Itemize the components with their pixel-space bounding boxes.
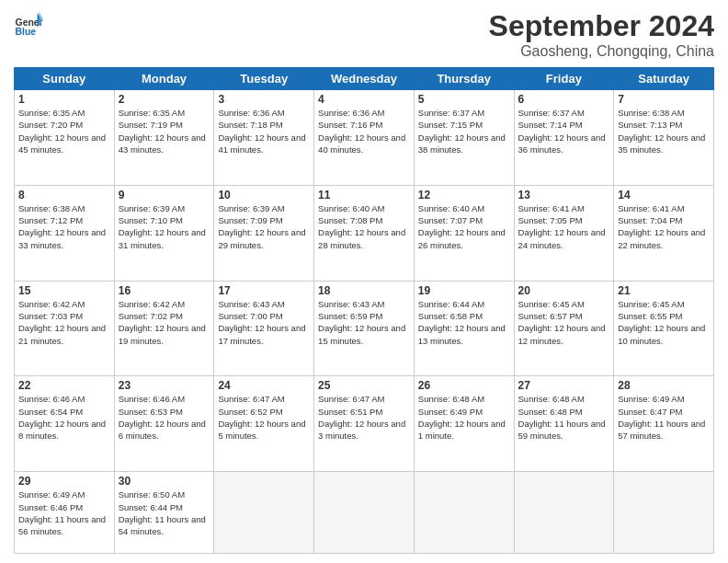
sunset-label: Sunset: 7:09 PM (218, 215, 282, 225)
sunrise-label: Sunrise: 6:48 AM (518, 394, 585, 404)
daylight-label: Daylight: 12 hours and 45 minutes. (18, 132, 106, 155)
day-number: 28 (618, 379, 710, 392)
sunrise-label: Sunrise: 6:49 AM (18, 489, 85, 500)
day-info: Sunrise: 6:46 AM Sunset: 6:53 PM Dayligh… (119, 393, 210, 442)
title-section: September 2024 Gaosheng, Chongqing, Chin… (489, 9, 714, 60)
day-info: Sunrise: 6:46 AM Sunset: 6:54 PM Dayligh… (18, 393, 110, 442)
daylight-label: Daylight: 12 hours and 19 minutes. (119, 323, 206, 345)
daylight-label: Daylight: 11 hours and 59 minutes. (518, 419, 606, 441)
table-row: 23 Sunrise: 6:46 AM Sunset: 6:53 PM Dayl… (114, 376, 214, 472)
sunrise-label: Sunrise: 6:41 AM (618, 203, 684, 213)
calendar-week-row: 29 Sunrise: 6:49 AM Sunset: 6:46 PM Dayl… (15, 472, 714, 554)
table-row: 9 Sunrise: 6:39 AM Sunset: 7:10 PM Dayli… (114, 185, 214, 281)
sunset-label: Sunset: 6:52 PM (218, 407, 282, 417)
table-row (314, 472, 415, 554)
sunrise-label: Sunrise: 6:41 AM (518, 203, 585, 213)
day-number: 21 (618, 284, 710, 297)
day-info: Sunrise: 6:39 AM Sunset: 7:10 PM Dayligh… (119, 202, 210, 251)
calendar-week-row: 22 Sunrise: 6:46 AM Sunset: 6:54 PM Dayl… (15, 376, 714, 472)
day-info: Sunrise: 6:38 AM Sunset: 7:12 PM Dayligh… (18, 202, 110, 251)
sunrise-label: Sunrise: 6:46 AM (18, 394, 85, 404)
table-row: 29 Sunrise: 6:49 AM Sunset: 6:46 PM Dayl… (15, 472, 115, 554)
sunrise-label: Sunrise: 6:47 AM (218, 394, 284, 404)
day-number: 8 (18, 189, 110, 201)
day-number: 7 (618, 93, 710, 106)
daylight-label: Daylight: 12 hours and 21 minutes. (18, 323, 106, 345)
sunset-label: Sunset: 6:46 PM (18, 502, 83, 512)
day-info: Sunrise: 6:37 AM Sunset: 7:15 PM Dayligh… (418, 107, 510, 155)
calendar-week-row: 8 Sunrise: 6:38 AM Sunset: 7:12 PM Dayli… (15, 185, 714, 281)
calendar-week-row: 1 Sunrise: 6:35 AM Sunset: 7:20 PM Dayli… (15, 90, 714, 186)
table-row: 5 Sunrise: 6:37 AM Sunset: 7:15 PM Dayli… (414, 90, 514, 186)
col-monday: Monday (114, 68, 214, 90)
table-row: 25 Sunrise: 6:47 AM Sunset: 6:51 PM Dayl… (314, 376, 415, 472)
sunrise-label: Sunrise: 6:40 AM (418, 203, 484, 213)
daylight-label: Daylight: 12 hours and 5 minutes. (218, 419, 305, 441)
table-row: 13 Sunrise: 6:41 AM Sunset: 7:05 PM Dayl… (514, 185, 614, 281)
table-row: 6 Sunrise: 6:37 AM Sunset: 7:14 PM Dayli… (514, 90, 614, 186)
sunrise-label: Sunrise: 6:37 AM (418, 108, 484, 118)
day-number: 22 (18, 379, 110, 392)
sunset-label: Sunset: 6:44 PM (119, 502, 183, 512)
sunset-label: Sunset: 7:04 PM (618, 215, 682, 225)
daylight-label: Daylight: 12 hours and 12 minutes. (518, 323, 606, 345)
day-info: Sunrise: 6:49 AM Sunset: 6:46 PM Dayligh… (18, 488, 110, 537)
sunset-label: Sunset: 7:08 PM (318, 215, 382, 225)
daylight-label: Daylight: 12 hours and 17 minutes. (218, 323, 305, 345)
table-row: 7 Sunrise: 6:38 AM Sunset: 7:13 PM Dayli… (614, 90, 714, 186)
sunrise-label: Sunrise: 6:48 AM (418, 394, 484, 404)
day-info: Sunrise: 6:50 AM Sunset: 6:44 PM Dayligh… (119, 488, 210, 537)
sunset-label: Sunset: 7:20 PM (18, 120, 83, 130)
sunset-label: Sunset: 7:15 PM (418, 120, 483, 130)
sunrise-label: Sunrise: 6:42 AM (18, 299, 85, 309)
day-number: 30 (119, 475, 210, 488)
table-row: 20 Sunrise: 6:45 AM Sunset: 6:57 PM Dayl… (514, 281, 614, 376)
svg-text:Blue: Blue (16, 27, 37, 37)
day-info: Sunrise: 6:42 AM Sunset: 7:03 PM Dayligh… (18, 298, 110, 347)
day-number: 9 (119, 189, 210, 201)
daylight-label: Daylight: 12 hours and 6 minutes. (119, 419, 206, 441)
daylight-label: Daylight: 12 hours and 8 minutes. (18, 419, 106, 441)
daylight-label: Daylight: 12 hours and 26 minutes. (418, 227, 506, 249)
day-number: 17 (218, 284, 310, 297)
table-row: 15 Sunrise: 6:42 AM Sunset: 7:03 PM Dayl… (15, 281, 115, 376)
table-row: 12 Sunrise: 6:40 AM Sunset: 7:07 PM Dayl… (414, 185, 514, 281)
sunrise-label: Sunrise: 6:39 AM (119, 203, 185, 213)
sunset-label: Sunset: 6:59 PM (318, 311, 382, 321)
calendar-header-row: Sunday Monday Tuesday Wednesday Thursday… (15, 68, 714, 90)
day-number: 3 (218, 93, 310, 106)
col-sunday: Sunday (15, 68, 115, 90)
sunrise-label: Sunrise: 6:36 AM (218, 108, 284, 118)
sunset-label: Sunset: 6:48 PM (518, 407, 583, 417)
day-info: Sunrise: 6:35 AM Sunset: 7:19 PM Dayligh… (119, 107, 210, 155)
day-number: 12 (418, 189, 510, 201)
day-info: Sunrise: 6:41 AM Sunset: 7:05 PM Dayligh… (518, 202, 610, 251)
day-number: 11 (318, 189, 410, 201)
daylight-label: Daylight: 12 hours and 43 minutes. (119, 132, 206, 155)
table-row (614, 472, 714, 554)
table-row: 16 Sunrise: 6:42 AM Sunset: 7:02 PM Dayl… (114, 281, 214, 376)
table-row: 24 Sunrise: 6:47 AM Sunset: 6:52 PM Dayl… (214, 376, 314, 472)
day-info: Sunrise: 6:47 AM Sunset: 6:52 PM Dayligh… (218, 393, 310, 442)
day-info: Sunrise: 6:41 AM Sunset: 7:04 PM Dayligh… (618, 202, 710, 251)
sunset-label: Sunset: 6:47 PM (618, 407, 682, 417)
sunrise-label: Sunrise: 6:37 AM (518, 108, 585, 118)
sunset-label: Sunset: 6:49 PM (418, 407, 483, 417)
table-row: 26 Sunrise: 6:48 AM Sunset: 6:49 PM Dayl… (414, 376, 514, 472)
logo: General Blue (14, 9, 43, 39)
table-row: 4 Sunrise: 6:36 AM Sunset: 7:16 PM Dayli… (314, 90, 415, 186)
day-number: 6 (518, 93, 610, 106)
col-saturday: Saturday (614, 68, 714, 90)
daylight-label: Daylight: 12 hours and 41 minutes. (218, 132, 305, 155)
table-row: 2 Sunrise: 6:35 AM Sunset: 7:19 PM Dayli… (114, 90, 214, 186)
sunrise-label: Sunrise: 6:45 AM (518, 299, 585, 309)
sunrise-label: Sunrise: 6:47 AM (318, 394, 384, 404)
sunrise-label: Sunrise: 6:40 AM (318, 203, 384, 213)
calendar-week-row: 15 Sunrise: 6:42 AM Sunset: 7:03 PM Dayl… (15, 281, 714, 376)
sunrise-label: Sunrise: 6:44 AM (418, 299, 484, 309)
table-row: 3 Sunrise: 6:36 AM Sunset: 7:18 PM Dayli… (214, 90, 314, 186)
day-info: Sunrise: 6:37 AM Sunset: 7:14 PM Dayligh… (518, 107, 610, 155)
table-row (214, 472, 314, 554)
sunset-label: Sunset: 6:58 PM (418, 311, 483, 321)
daylight-label: Daylight: 12 hours and 15 minutes. (318, 323, 405, 345)
